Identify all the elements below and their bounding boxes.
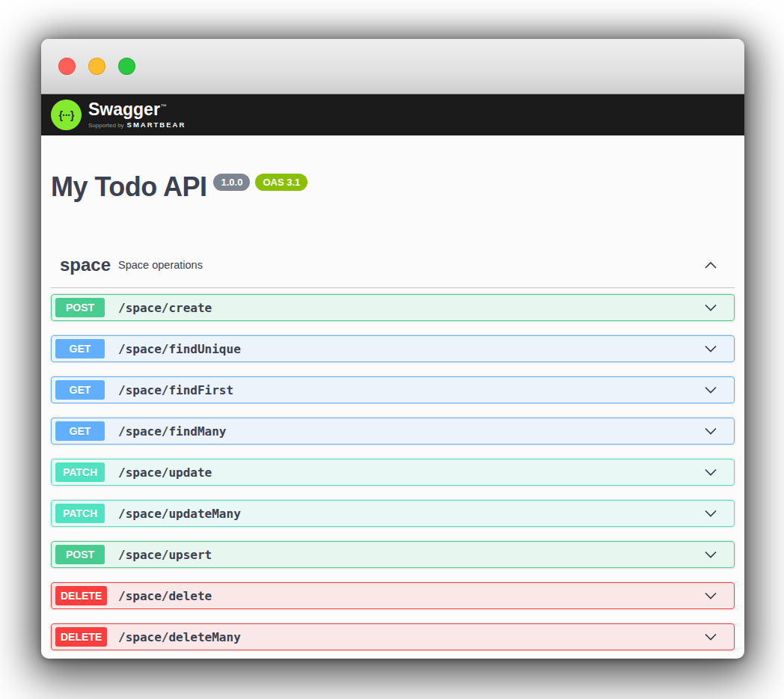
- swagger-braces-glyph: {···}: [59, 109, 74, 121]
- method-badge: GET: [55, 421, 105, 441]
- chevron-down-icon[interactable]: [703, 507, 718, 519]
- operation-row[interactable]: DELETE /space/deleteMany: [51, 623, 735, 650]
- method-badge: POST: [55, 545, 105, 564]
- swagger-logo-icon: {···}: [51, 100, 82, 130]
- oas-badge: OAS 3.1: [255, 174, 307, 191]
- method-slot: PATCH: [55, 463, 118, 482]
- version-badge: 1.0.0: [213, 174, 250, 191]
- trademark-symbol: ™: [161, 103, 167, 110]
- operation-path: /space/findMany: [118, 424, 227, 439]
- chevron-down-icon[interactable]: [703, 302, 718, 314]
- chevron-down-icon[interactable]: [703, 466, 718, 478]
- page-title: My Todo API: [51, 171, 206, 202]
- api-header: My Todo API 1.0.0 OAS 3.1: [51, 171, 735, 202]
- chevron-up-icon[interactable]: [702, 259, 719, 271]
- method-slot: GET: [55, 380, 118, 400]
- method-slot: DELETE: [55, 627, 118, 647]
- method-badge: PATCH: [55, 504, 105, 523]
- method-slot: GET: [55, 421, 118, 441]
- tag-section-header-space[interactable]: space Space operations: [51, 247, 735, 288]
- sponsor-line: Supported by SMARTBEAR: [88, 120, 186, 129]
- operation-path: /space/findFirst: [118, 383, 233, 397]
- supported-by-label: Supported by: [88, 122, 124, 129]
- operation-row[interactable]: POST /space/upsert: [51, 541, 735, 568]
- operation-path: /space/create: [118, 301, 212, 315]
- operation-row[interactable]: PATCH /space/update: [51, 459, 735, 486]
- main-content: My Todo API 1.0.0 OAS 3.1 space Space op…: [41, 171, 744, 650]
- operation-path: /space/deleteMany: [118, 630, 241, 644]
- chevron-down-icon[interactable]: [703, 384, 718, 396]
- operation-row[interactable]: GET /space/findMany: [51, 418, 735, 445]
- swagger-topbar: {···} Swagger™ Supported by SMARTBEAR: [41, 94, 744, 135]
- swagger-brand: Swagger™ Supported by SMARTBEAR: [88, 101, 186, 129]
- chevron-down-icon[interactable]: [703, 549, 718, 561]
- chevron-down-icon[interactable]: [703, 425, 718, 437]
- operation-path: /space/findUnique: [118, 342, 241, 356]
- operation-path: /space/delete: [118, 589, 212, 603]
- method-slot: DELETE: [55, 586, 118, 605]
- chevron-down-icon[interactable]: [703, 343, 718, 355]
- tag-name: space: [60, 254, 111, 275]
- traffic-light-zoom[interactable]: [118, 58, 135, 75]
- traffic-lights: [58, 58, 135, 75]
- method-badge: POST: [55, 298, 105, 317]
- method-badge: DELETE: [55, 627, 107, 647]
- macos-titlebar: [41, 39, 744, 94]
- traffic-light-close[interactable]: [58, 58, 76, 75]
- operation-row[interactable]: POST /space/create: [51, 294, 735, 321]
- chevron-down-icon[interactable]: [703, 590, 718, 602]
- method-badge: GET: [55, 380, 105, 400]
- swagger-wordmark: Swagger™: [88, 101, 186, 118]
- operation-row[interactable]: GET /space/findFirst: [51, 376, 735, 403]
- method-slot: POST: [55, 298, 118, 317]
- method-badge: GET: [55, 339, 105, 358]
- method-badge: DELETE: [55, 586, 107, 605]
- operation-row[interactable]: PATCH /space/updateMany: [51, 500, 735, 527]
- operation-path: /space/updateMany: [118, 507, 241, 521]
- operation-path: /space/upsert: [118, 548, 212, 562]
- operation-row[interactable]: DELETE /space/delete: [51, 582, 735, 609]
- chevron-down-icon[interactable]: [703, 631, 718, 643]
- operation-path: /space/update: [118, 466, 212, 480]
- traffic-light-minimize[interactable]: [88, 58, 105, 75]
- method-slot: GET: [55, 339, 118, 358]
- swagger-brand-text: Swagger: [88, 100, 160, 119]
- app-window: {···} Swagger™ Supported by SMARTBEAR My…: [41, 39, 744, 659]
- smartbear-wordmark: SMARTBEAR: [127, 120, 186, 129]
- api-badges: 1.0.0 OAS 3.1: [213, 174, 307, 191]
- tag-description: Space operations: [118, 259, 203, 271]
- method-badge: PATCH: [55, 463, 105, 482]
- operation-row[interactable]: GET /space/findUnique: [51, 335, 735, 362]
- operations-list: POST /space/create GET /space/findUnique: [51, 294, 735, 650]
- method-slot: PATCH: [55, 504, 118, 523]
- method-slot: POST: [55, 545, 118, 564]
